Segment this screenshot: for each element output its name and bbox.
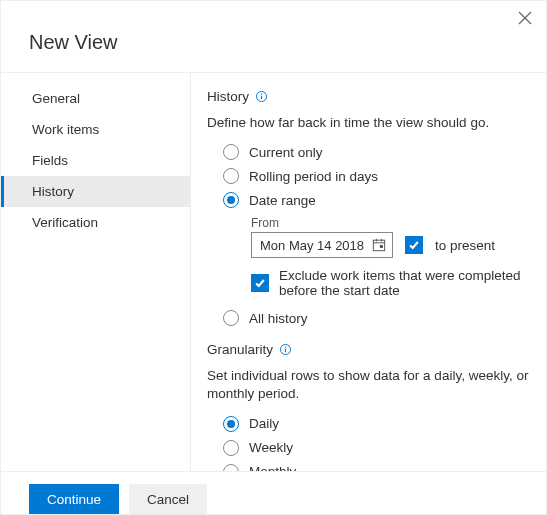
sidebar-item-verification[interactable]: Verification [1,207,190,238]
granularity-header: Granularity [207,342,532,357]
history-desc: Define how far back in time the view sho… [207,114,532,132]
radio-weekly[interactable]: Weekly [223,440,532,456]
new-view-dialog: New View General Work items Fields Histo… [0,0,547,515]
cancel-button[interactable]: Cancel [129,484,207,514]
from-date-value: Mon May 14 2018 [260,238,364,253]
sidebar-item-label: Work items [32,122,99,137]
radio-current-only[interactable]: Current only [223,144,532,160]
svg-rect-3 [261,96,262,100]
radio-icon [223,464,239,471]
info-icon[interactable] [255,90,268,103]
svg-rect-12 [285,347,286,348]
continue-button[interactable]: Continue [29,484,119,514]
checkbox-exclude-completed[interactable] [251,274,269,292]
sidebar-item-general[interactable]: General [1,83,190,114]
radio-label: Current only [249,145,323,160]
sidebar-item-history[interactable]: History [1,176,190,207]
from-label: From [251,216,532,230]
dialog-footer: Continue Cancel [1,472,546,514]
calendar-icon [372,238,386,252]
radio-date-range[interactable]: Date range [223,192,532,208]
svg-rect-4 [261,94,262,95]
radio-icon [223,440,239,456]
history-header-label: History [207,89,249,104]
checkbox-to-present[interactable] [405,236,423,254]
dialog-title: New View [1,1,546,72]
close-icon[interactable] [518,11,532,29]
sidebar: General Work items Fields History Verifi… [1,73,190,471]
granularity-desc: Set individual rows to show data for a d… [207,367,532,403]
radio-icon [223,416,239,432]
radio-label: Weekly [249,440,293,455]
granularity-header-label: Granularity [207,342,273,357]
sidebar-item-work-items[interactable]: Work items [1,114,190,145]
sidebar-item-label: History [32,184,74,199]
radio-rolling-period[interactable]: Rolling period in days [223,168,532,184]
radio-label: Date range [249,193,316,208]
svg-rect-5 [373,240,384,251]
radio-monthly[interactable]: Monthly [223,464,532,471]
sidebar-item-label: General [32,91,80,106]
history-header: History [207,89,532,104]
svg-rect-11 [285,349,286,353]
sidebar-item-fields[interactable]: Fields [1,145,190,176]
radio-all-history[interactable]: All history [223,310,532,326]
sidebar-item-label: Verification [32,215,98,230]
to-present-label: to present [435,238,495,253]
radio-label: All history [249,311,308,326]
radio-icon [223,310,239,326]
radio-label: Daily [249,416,279,431]
radio-icon [223,144,239,160]
svg-rect-9 [380,245,383,248]
info-icon[interactable] [279,343,292,356]
radio-daily[interactable]: Daily [223,416,532,432]
radio-label: Monthly [249,464,296,471]
radio-label: Rolling period in days [249,169,378,184]
sidebar-item-label: Fields [32,153,68,168]
radio-icon [223,168,239,184]
exclude-label: Exclude work items that were completed b… [279,268,532,298]
radio-icon [223,192,239,208]
content-panel: History Define how far back in time the … [190,73,546,471]
from-date-input[interactable]: Mon May 14 2018 [251,232,393,258]
